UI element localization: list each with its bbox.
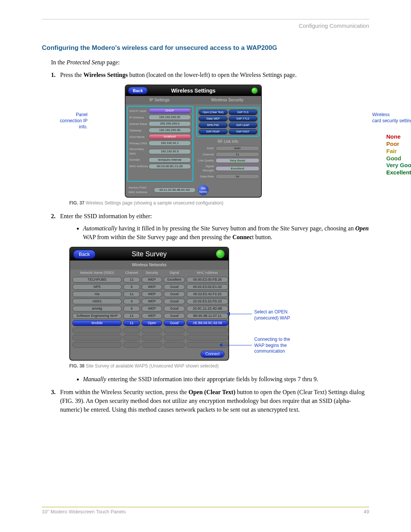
c1b: (unsecured) WAP bbox=[254, 315, 290, 321]
rf-value: 11 bbox=[215, 152, 260, 157]
ip-value[interactable]: DHCP bbox=[148, 108, 191, 113]
fig37-text: Wireless Settings page (showing a sample… bbox=[86, 200, 223, 206]
ss-cell: 4 bbox=[123, 299, 140, 304]
ss-cell: Good bbox=[164, 313, 185, 319]
intro-suffix: page: bbox=[105, 59, 120, 66]
ip-label: Subnet Mask bbox=[129, 122, 148, 126]
ss-cell: 22.02.E3.22.FD.22 bbox=[186, 299, 228, 304]
rf-value: Excellent bbox=[215, 166, 260, 171]
ss-cell: TECHPUBS bbox=[72, 277, 122, 283]
ss-network-row[interactable]: TECHPUBS11WEPExcellent00.00.E3.00.FB.26 bbox=[70, 276, 228, 283]
ss-cell: 6 bbox=[123, 306, 140, 312]
c2c: communication bbox=[254, 348, 285, 354]
security-mode-button[interactable]: Open (Clear Text) bbox=[199, 110, 228, 115]
ss-empty-row bbox=[70, 334, 228, 341]
site-survey-button[interactable]: Site Survey bbox=[198, 185, 209, 195]
ss-cell: AMX1 bbox=[72, 299, 122, 304]
fig37-num: FIG. 37 bbox=[69, 200, 84, 206]
back-button[interactable]: Back bbox=[128, 87, 148, 94]
ss-cell: NPS bbox=[72, 284, 122, 290]
security-mode-button[interactable]: EAP-TLS bbox=[229, 110, 258, 115]
ip-value[interactable]: localhost bbox=[148, 134, 191, 139]
security-mode-button[interactable]: Static WEP bbox=[199, 116, 228, 121]
cr1: Wireless bbox=[372, 112, 390, 117]
ip-value[interactable]: techpubs internal bbox=[148, 157, 191, 163]
page-footer: 10" Modero Widescreen Touch Panels 49 bbox=[42, 507, 369, 514]
security-buttons-box: Open (Clear Text)EAP-TLSStatic WEPEAP-TT… bbox=[196, 107, 260, 137]
ss-network-row[interactable]: amxitg6WEPGood22.0C.11.22.4D.9B bbox=[70, 305, 228, 312]
ws-bottom-row: Access Point MAC Address 00.11.22.3A.4B.… bbox=[126, 183, 261, 197]
ba-conn2: t button. bbox=[252, 234, 272, 240]
ip-label: DHCP Label bbox=[129, 109, 148, 113]
ss-network-row[interactable]: tmobile11OpenGoodAE.B8.09.5C.62.09 bbox=[70, 320, 228, 327]
rf-label: Link Quality bbox=[196, 158, 215, 163]
ap-mac-label: Access Point MAC Address bbox=[129, 185, 151, 194]
security-col: Open (Clear Text)EAP-TLSStatic WEPEAP-TT… bbox=[195, 106, 261, 182]
connect-button[interactable]: Connect bbox=[201, 351, 225, 358]
ip-row: Domaintechpubs internal bbox=[129, 157, 191, 163]
ss-empty-row bbox=[70, 327, 228, 334]
ss-cell: WEP bbox=[142, 291, 162, 297]
ip-value[interactable]: 192.192.292.90 bbox=[148, 128, 191, 133]
bb-ital: Manually bbox=[83, 376, 106, 382]
rflink-title: RF Link Info bbox=[196, 139, 260, 145]
rf-value: 54 bbox=[215, 174, 260, 179]
ss-cell: WEP bbox=[142, 313, 162, 319]
ss-network-row[interactable]: NPS6WEPGood00.02.E3.02.EA.02 bbox=[70, 283, 228, 291]
ss-cell: AE.B8.09.5C.62.09 bbox=[186, 320, 228, 326]
security-mode-button[interactable]: EAP-FAST bbox=[229, 129, 258, 134]
ip-label: Gateway bbox=[129, 128, 148, 133]
ss-subtitle: Wireless Networks bbox=[70, 260, 228, 270]
security-mode-button[interactable]: EAP-PEAP bbox=[199, 129, 228, 134]
step-2: Enter the SSID information by either: Au… bbox=[57, 212, 369, 383]
rf-label: Signal Strength bbox=[196, 164, 215, 173]
step-1: Press the Wireless Settings button (loca… bbox=[57, 70, 369, 206]
ip-value[interactable]: 192.192.292.92 bbox=[148, 115, 191, 120]
ss-network-row[interactable]: Software Engineering WAP11WEPGoodB8.90.4… bbox=[70, 312, 228, 320]
ss-cell: 00.22.E2.42.F2.22 bbox=[186, 291, 228, 297]
security-mode-button[interactable]: EAP-TTLS bbox=[229, 116, 258, 121]
ss-cell: WEP bbox=[142, 284, 162, 290]
ss-title: Site Survey bbox=[132, 249, 167, 259]
c2a: Connecting to the bbox=[254, 337, 290, 342]
s3-bold: Open (Clear Text) bbox=[188, 389, 235, 395]
ip-row: DHCP LabelDHCP bbox=[129, 108, 191, 113]
signal-scale: NonePoorFairGoodVery GoodExcellent bbox=[386, 133, 411, 176]
ss-body: TECHPUBS11WEPExcellent00.00.E3.00.FB.26N… bbox=[70, 276, 228, 327]
ba-conn: Connec bbox=[233, 234, 252, 240]
tab-ip-settings[interactable]: IP Settings bbox=[126, 97, 193, 103]
ss-cell: amxitg bbox=[72, 306, 122, 312]
ss-back-button[interactable]: Back bbox=[73, 250, 96, 259]
ss-cell: B8.90.4B.11.57.11 bbox=[186, 313, 228, 319]
rf-row: SSIDAMX bbox=[196, 146, 260, 151]
ba-r2: WAP from within the Site Survey page and… bbox=[83, 234, 233, 240]
ss-col-header: Signal bbox=[164, 270, 185, 275]
ip-value[interactable]: 255.255.255.0 bbox=[148, 121, 191, 126]
site-survey-window: Back Site Survey Wireless Networks Netwo… bbox=[69, 247, 229, 361]
ss-cell: 00.02.E3.02.EA.02 bbox=[186, 284, 228, 290]
security-mode-button[interactable]: WPA-PSK bbox=[199, 123, 228, 128]
rf-row: Link QualityVery Good bbox=[196, 158, 260, 163]
ss-cell: 6 bbox=[123, 284, 140, 290]
step1-post: button (located on the lower-left) to op… bbox=[128, 72, 297, 78]
security-mode-button[interactable]: EAP-LEAP bbox=[229, 123, 258, 128]
ba-open: Open bbox=[355, 225, 369, 232]
wireless-settings-window: Back Wireless Settings IP Settings Wirel… bbox=[125, 85, 262, 198]
step2-bullet-auto: Automatically having it filled in by pre… bbox=[83, 224, 369, 241]
ss-network-row[interactable]: n/a11WEPGood00.22.E2.42.F2.22 bbox=[70, 291, 228, 298]
ip-row: Gateway192.192.292.90 bbox=[129, 128, 191, 133]
ip-row: IP Address192.192.292.92 bbox=[129, 115, 191, 120]
ip-value[interactable]: 192.192.92.5 bbox=[148, 149, 191, 154]
intro-prefix: In the bbox=[51, 59, 67, 66]
step2-lead: Enter the SSID information by either: bbox=[60, 213, 152, 219]
ss-titlebar: Back Site Survey bbox=[70, 248, 228, 260]
ip-value[interactable]: 192.192.92.1 bbox=[148, 141, 191, 146]
signal-level: Excellent bbox=[386, 169, 411, 176]
ss-cell: WEP bbox=[142, 299, 162, 304]
step2-bullet-manual: Manually entering the SSID information i… bbox=[83, 375, 369, 383]
ss-cell: 11 bbox=[123, 291, 140, 297]
tab-wireless-security[interactable]: Wireless Security bbox=[193, 97, 261, 103]
ip-value[interactable]: 00.C0.00.B1.C1.00 bbox=[148, 164, 191, 169]
intro-line: In the Protected Setup page: bbox=[51, 58, 369, 67]
ss-network-row[interactable]: AMX14WEPGood22.02.E3.22.FD.22 bbox=[70, 298, 228, 305]
